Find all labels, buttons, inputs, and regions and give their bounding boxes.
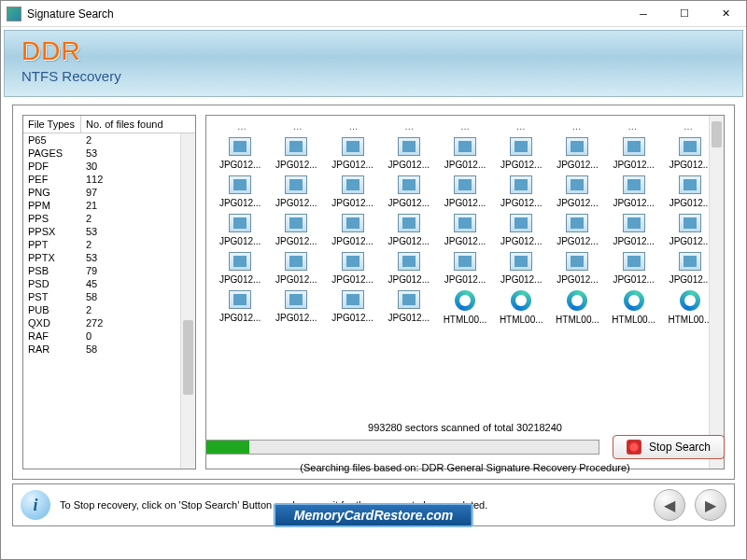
file-label: JPG012... [557,198,598,208]
back-button[interactable]: ◀ [654,489,685,521]
table-row[interactable]: PPS2 [23,212,195,225]
file-item[interactable]: JPG012... [214,214,266,246]
file-item[interactable]: JPG012... [270,175,322,208]
table-row[interactable]: P652 [23,133,195,147]
file-item[interactable]: JPG012... [214,252,266,285]
file-item[interactable]: JPG012... [326,214,378,246]
file-item[interactable]: HTML00... [495,290,547,325]
table-row[interactable]: PST58 [23,290,195,303]
close-button[interactable] [705,1,746,27]
image-file-icon [566,214,588,232]
file-item[interactable]: JPG012... [326,252,378,285]
file-label: JPG012... [444,274,486,285]
file-item[interactable]: HTML00... [439,290,491,325]
file-item[interactable]: JPG012... [326,290,378,325]
file-item[interactable]: JPG012... [439,137,491,170]
col-file-count[interactable]: No. of files found [81,116,195,133]
table-row[interactable]: PAGES53 [23,147,195,160]
file-item[interactable]: HTML00... [551,290,603,325]
file-label: JPG012... [331,160,373,170]
edge-icon [680,290,700,311]
table-row[interactable]: PUB2 [23,303,195,316]
file-item[interactable]: JPG012... [270,290,322,325]
file-item[interactable]: JPG012... [439,175,491,208]
table-row[interactable]: RAF0 [23,329,195,343]
table-row[interactable]: PPT2 [23,238,195,251]
image-file-icon [285,137,307,156]
image-file-icon [679,214,701,232]
file-item[interactable]: JPG012... [551,175,603,208]
file-item[interactable]: JPG012... [326,175,378,208]
window-title: Signature Search [27,7,623,21]
file-label: JPG012... [388,160,430,170]
file-item[interactable]: JPG012... [270,137,322,170]
table-row[interactable]: PSD45 [23,277,195,290]
file-types-scrollbar[interactable] [180,133,195,469]
file-label: JPG012... [275,160,317,170]
site-badge[interactable]: MemoryCardRestore.com [274,503,473,527]
files-scrollbar[interactable] [709,116,724,469]
file-item[interactable]: JPG012... [551,252,603,285]
file-label: JPG012... [613,198,654,208]
maximize-button[interactable] [664,1,705,27]
file-label: JPG012... [275,274,317,285]
col-file-types[interactable]: File Types [23,116,81,133]
file-types-list[interactable]: P652PAGES53PDF30PEF112PNG97PPM21PPS2PPSX… [23,133,195,469]
file-label: JPG012... [331,236,373,246]
file-label: JPG012... [669,274,711,285]
table-row[interactable]: QXD272 [23,316,195,329]
image-file-icon [342,252,364,271]
table-row[interactable]: PPTX53 [23,251,195,264]
file-item[interactable]: JPG012... [439,214,491,246]
file-item[interactable]: JPG012... [495,137,547,170]
files-grid[interactable]: ………………………JPG012...JPG012...JPG012...JPG0… [206,116,724,330]
minimize-button[interactable] [623,1,664,27]
table-row[interactable]: PPSX53 [23,225,195,238]
file-item[interactable]: JPG012... [270,214,322,246]
file-label: JPG012... [331,198,373,208]
image-file-icon [623,175,645,194]
file-label: HTML00... [669,315,712,325]
image-file-icon [229,214,251,232]
table-row[interactable]: PEF112 [23,173,195,186]
table-row[interactable]: PSB79 [23,264,195,277]
file-item[interactable]: JPG012... [383,137,435,170]
image-file-icon [342,175,364,194]
table-row[interactable]: PNG97 [23,186,195,199]
file-item[interactable]: JPG012... [383,214,435,246]
file-item[interactable]: JPG012... [495,252,547,285]
table-row[interactable]: PDF30 [23,160,195,173]
file-item[interactable]: JPG012... [608,137,660,170]
table-row[interactable]: PPM21 [23,199,195,212]
image-file-icon [285,290,307,309]
file-item[interactable]: JPG012... [495,214,547,246]
file-item[interactable]: JPG012... [383,252,435,285]
file-item[interactable]: JPG012... [608,252,660,285]
image-file-icon [285,175,307,194]
file-item[interactable]: JPG012... [214,137,266,170]
brand-logo: DDR [21,36,726,66]
file-label: JPG012... [613,274,654,285]
file-item[interactable]: JPG012... [214,175,266,208]
file-item[interactable]: JPG012... [495,175,547,208]
file-item[interactable]: JPG012... [608,214,660,246]
file-item[interactable]: HTML00... [608,290,660,325]
progress-label: 993280 sectors scanned of total 30218240 [205,422,725,433]
forward-button[interactable]: ▶ [695,489,726,521]
file-item[interactable]: JPG012... [383,175,435,208]
file-item[interactable]: JPG012... [551,137,603,170]
stop-search-button[interactable]: Stop Search [613,435,725,459]
table-row[interactable]: RAR58 [23,343,195,356]
file-item[interactable]: JPG012... [439,252,491,285]
file-item[interactable]: JPG012... [608,175,660,208]
file-types-header: File Types No. of files found [23,116,195,133]
file-item[interactable]: JPG012... [383,290,435,325]
image-file-icon [454,252,476,271]
image-file-icon [342,214,364,232]
file-item[interactable]: JPG012... [214,290,266,325]
file-item[interactable]: JPG012... [270,252,322,285]
file-label: JPG012... [557,160,598,170]
file-item[interactable]: JPG012... [326,137,378,170]
file-item[interactable]: JPG012... [551,214,603,246]
file-label: HTML00... [500,315,543,325]
